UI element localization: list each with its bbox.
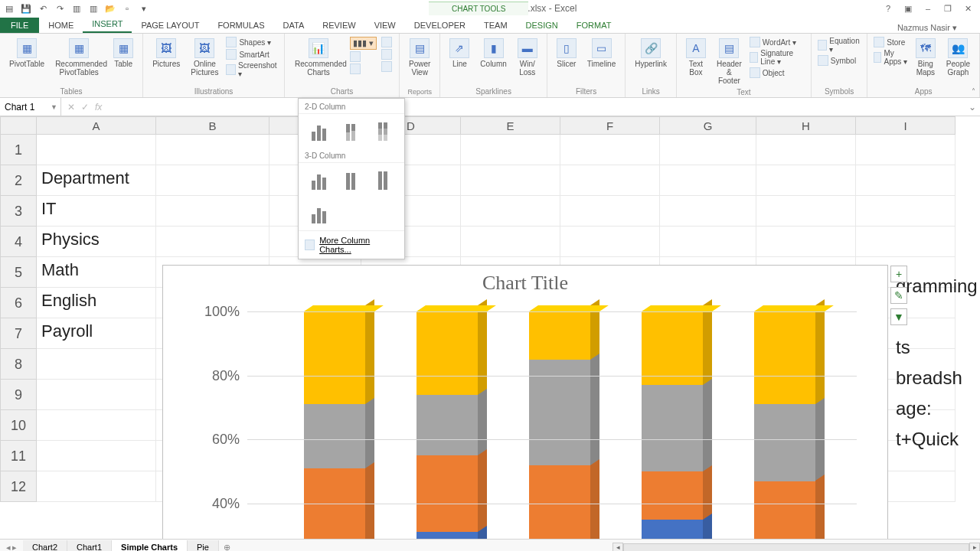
- col-header[interactable]: A: [37, 116, 156, 135]
- online-pictures-button[interactable]: 🖼Online Pictures: [188, 37, 221, 78]
- add-sheet-button[interactable]: ⊕: [219, 543, 236, 551]
- object-button[interactable]: Object: [750, 67, 785, 78]
- cell[interactable]: [856, 227, 956, 257]
- col-header[interactable]: G: [660, 116, 756, 135]
- chart-segment[interactable]: [642, 311, 703, 385]
- cell[interactable]: [560, 135, 660, 165]
- clustered-column-2d-icon[interactable]: [306, 119, 331, 143]
- cell[interactable]: [461, 196, 560, 227]
- header-footer-button[interactable]: ▤Header & Footer: [714, 37, 745, 86]
- clustered-column-3d-icon[interactable]: [306, 168, 331, 192]
- qat-open-icon[interactable]: 📂: [104, 2, 116, 15]
- pivottable-button[interactable]: ▦PivotTable: [6, 37, 47, 70]
- row-header[interactable]: 9: [0, 380, 37, 410]
- name-box[interactable]: Chart 1▼: [0, 98, 61, 116]
- sparkline-winloss-button[interactable]: ▬Win/ Loss: [514, 37, 541, 78]
- qat-icon[interactable]: ▥: [70, 2, 83, 15]
- sheet-tab[interactable]: Chart2: [23, 540, 67, 552]
- row-header[interactable]: 4: [0, 227, 37, 257]
- table-button[interactable]: ▦Table: [110, 37, 136, 70]
- cell[interactable]: [156, 227, 270, 257]
- row-header[interactable]: 8: [0, 349, 37, 380]
- minimize-button[interactable]: –: [920, 4, 936, 14]
- recommended-charts-button[interactable]: 📊Recommended Charts: [292, 37, 345, 78]
- cell[interactable]: [756, 165, 856, 196]
- help-button[interactable]: ?: [880, 4, 896, 14]
- chart-segment[interactable]: [304, 311, 365, 404]
- scatter-chart-dropdown[interactable]: [381, 61, 392, 72]
- cell[interactable]: [560, 227, 660, 257]
- chart-segment[interactable]: [642, 471, 703, 520]
- column-3d-icon[interactable]: [306, 201, 331, 226]
- chart-styles-button[interactable]: ✎: [890, 287, 907, 304]
- text-box-button[interactable]: AText Box: [683, 37, 709, 78]
- chart-segment[interactable]: [642, 385, 703, 471]
- cell[interactable]: Physics: [37, 227, 156, 257]
- row-header[interactable]: 12: [0, 471, 37, 502]
- tab-formulas[interactable]: FORMULAS: [208, 18, 273, 33]
- cell[interactable]: [461, 227, 560, 257]
- col-header[interactable]: I: [856, 116, 956, 135]
- row-header[interactable]: 10: [0, 410, 37, 441]
- tab-format[interactable]: FORMAT: [567, 18, 621, 33]
- cell[interactable]: [461, 135, 560, 165]
- chart-title[interactable]: Chart Title: [163, 266, 887, 295]
- cell[interactable]: IT: [37, 196, 156, 227]
- stacked-100-column-2d-icon[interactable]: [371, 119, 395, 143]
- tab-developer[interactable]: DEVELOPER: [405, 18, 475, 33]
- cell[interactable]: [37, 441, 156, 471]
- horizontal-scrollbar[interactable]: ◂▸: [612, 543, 980, 552]
- cancel-formula-icon[interactable]: ✕: [67, 102, 75, 112]
- sheet-tab[interactable]: Pie: [188, 540, 219, 552]
- recommended-pivottables-button[interactable]: ▦Recommended PivotTables: [52, 37, 106, 78]
- cell[interactable]: [37, 349, 156, 380]
- row-header[interactable]: 2: [0, 165, 37, 196]
- cell[interactable]: [156, 165, 270, 196]
- cell[interactable]: [856, 135, 956, 165]
- qat-icon[interactable]: ▥: [87, 2, 100, 15]
- col-header[interactable]: H: [756, 116, 856, 135]
- chart-bar[interactable]: Physics: [416, 311, 478, 539]
- stacked-column-3d-icon[interactable]: [338, 168, 363, 192]
- cell[interactable]: English: [37, 288, 156, 318]
- cell[interactable]: [756, 135, 856, 165]
- row-header[interactable]: 6: [0, 288, 37, 318]
- tab-data[interactable]: DATA: [274, 18, 314, 33]
- chart-segment[interactable]: [416, 311, 478, 395]
- undo-icon[interactable]: ↶: [37, 2, 49, 15]
- cell[interactable]: [660, 165, 756, 196]
- tab-insert[interactable]: INSERT: [83, 16, 132, 33]
- cell[interactable]: [856, 165, 956, 196]
- symbol-button[interactable]: Symbol: [818, 55, 856, 66]
- bing-maps-button[interactable]: 🗺Bing Maps: [913, 37, 939, 78]
- cell[interactable]: [756, 227, 856, 257]
- enter-formula-icon[interactable]: ✓: [81, 102, 89, 112]
- chart-segment[interactable]: [754, 311, 815, 404]
- slicer-button[interactable]: ▯Slicer: [554, 37, 580, 70]
- tab-design[interactable]: DESIGN: [517, 18, 567, 33]
- chart-segment[interactable]: [416, 395, 478, 455]
- col-header[interactable]: B: [156, 116, 270, 135]
- row-header[interactable]: 5: [0, 257, 37, 288]
- sheet-tab[interactable]: Simple Charts: [112, 540, 188, 552]
- cell[interactable]: [756, 196, 856, 227]
- chart-bar[interactable]: English: [642, 311, 703, 539]
- cell[interactable]: [560, 165, 660, 196]
- cell[interactable]: [660, 227, 756, 257]
- chart-segment[interactable]: [416, 532, 478, 539]
- power-view-button[interactable]: ▤Power View: [406, 37, 433, 78]
- column-chart-dropdown[interactable]: ▮▮▮ ▾: [350, 37, 377, 50]
- cell[interactable]: [37, 380, 156, 410]
- signature-line-button[interactable]: Signature Line ▾: [750, 49, 805, 66]
- cell[interactable]: [660, 135, 756, 165]
- restore-button[interactable]: ❐: [940, 4, 956, 14]
- pie-chart-dropdown[interactable]: [350, 64, 361, 74]
- tab-view[interactable]: VIEW: [365, 18, 405, 33]
- chart-bar[interactable]: Payroll: [754, 311, 815, 539]
- sheet-nav[interactable]: ◂▸: [0, 543, 23, 551]
- chart-segment[interactable]: [416, 455, 478, 532]
- cell[interactable]: Math: [37, 257, 156, 288]
- chart-segment[interactable]: [529, 311, 590, 360]
- line-chart-dropdown[interactable]: [350, 51, 361, 62]
- expand-formula-bar-button[interactable]: ⌄: [965, 102, 980, 112]
